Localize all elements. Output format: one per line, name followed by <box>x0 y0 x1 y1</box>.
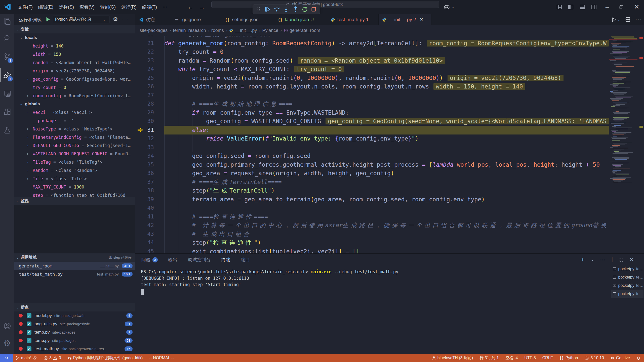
close-icon[interactable]: ✕ <box>634 3 639 11</box>
variable-Random[interactable]: ›Random = <class 'Random'> <box>14 166 135 174</box>
panel-tab-调试控制台[interactable]: 调试控制台 <box>188 257 211 263</box>
breakpoint-3[interactable]: ✓temp.pysite-packages58 <box>14 336 135 345</box>
step-out-icon[interactable] <box>292 6 299 13</box>
breakpoint-1[interactable]: ✓png_utils.pysite-packages\wfc11 <box>14 320 135 328</box>
split-editor-icon[interactable] <box>625 17 630 22</box>
variable-try_count[interactable]: try_count = 0 <box>14 83 135 92</box>
variable-DEFAULT_GEO_CONFIG[interactable]: ›DEFAULT_GEO_CONFIG = GeoConfig(seed=1… <box>14 141 135 150</box>
status-right-1[interactable]: 行 31, 列 1 <box>479 355 499 361</box>
status-right-5[interactable]: {}Python <box>559 356 578 360</box>
tab-欢迎[interactable]: 欢迎 <box>135 14 171 25</box>
status-left-3[interactable]: -- NORMAL -- <box>149 356 174 360</box>
menu-item-0[interactable]: 文件(F) <box>15 4 35 10</box>
remote-indicator[interactable] <box>0 354 13 362</box>
menu-item-4[interactable]: 转到(G) <box>97 4 118 10</box>
variable-height[interactable]: height = 140 <box>14 42 135 50</box>
variable-PlanetaryWindConfig[interactable]: ›PlanetaryWindConfig = <class 'Planeta… <box>14 133 135 141</box>
tab-launch.json[interactable]: {}launch.json U <box>274 14 327 25</box>
toggle-sidebar-icon[interactable] <box>568 4 574 10</box>
status-left-1[interactable]: 30 <box>44 356 61 360</box>
accounts-icon[interactable] <box>3 322 11 330</box>
extensions-icon[interactable] <box>3 108 11 116</box>
section-breakpoints[interactable]: ⌄断点 <box>14 303 135 311</box>
terminal-instance-0[interactable]: pocketpyte… <box>611 265 643 273</box>
breadcrumb-terrain_research[interactable]: terrain_research <box>173 28 206 33</box>
panel-tab-输出[interactable]: 输出 <box>168 257 177 263</box>
explorer-icon[interactable] <box>3 17 11 25</box>
minimize-icon[interactable]: – <box>606 4 609 11</box>
debug-config-dropdown[interactable]: Python 调试程序: 启 ⌄ <box>53 16 109 23</box>
command-center[interactable]: [扩展开发宿主] godot-ldtk <box>211 1 439 8</box>
chevron-down-icon[interactable]: ⌄ <box>452 5 455 9</box>
status-left-2[interactable]: Python 调试程序: 启动文件 (godot-ldtk) <box>68 355 143 361</box>
more-actions-icon[interactable]: ··· <box>599 257 606 262</box>
section-variables[interactable]: ⌄变量 <box>14 25 135 33</box>
start-debug-icon[interactable] <box>45 17 51 22</box>
breakpoint-checkbox[interactable]: ✓ <box>27 313 31 318</box>
panel-tab-问题[interactable]: 问题3 <box>141 257 158 263</box>
variable-MAX_TRY_COUNT[interactable]: MAX_TRY_COUNT = 1000 <box>14 183 135 191</box>
status-right-0[interactable]: blueloveTH (3 周前) <box>432 355 473 361</box>
breadcrumb-rooms[interactable]: rooms <box>211 28 224 33</box>
breadcrumb-Pylance[interactable]: Pylance <box>262 28 278 33</box>
menu-item-3[interactable]: 查看(V) <box>77 4 97 10</box>
menu-item-5[interactable]: 运行(R) <box>118 4 139 10</box>
menu-item-6[interactable]: 终端(T) <box>139 4 160 10</box>
tab-.gdignore[interactable]: ☰.gdignore <box>171 14 221 25</box>
variable-random[interactable]: random = <Random object at 0x1bf9d01e… <box>14 58 135 67</box>
breakpoint-0[interactable]: ✓model.pysite-packages\wfc6 <box>14 311 135 320</box>
search-icon[interactable] <box>3 34 11 42</box>
variable-WASTELAND_ROOM_REQUEST_CONFIG[interactable]: ›WASTELAND_ROOM_REQUEST_CONFIG = RoomR… <box>14 150 135 158</box>
more-actions-icon[interactable]: ··· <box>122 16 129 22</box>
status-left-0[interactable]: main* <box>16 356 37 360</box>
close-panel-icon[interactable]: ✕ <box>629 257 634 263</box>
toggle-panel-icon[interactable] <box>579 4 585 10</box>
terminal-instance-1[interactable]: pocketpyte… <box>611 273 643 281</box>
close-tab-icon[interactable]: ✕ <box>420 17 423 22</box>
status-right-2[interactable]: 空格: 4 <box>505 355 518 361</box>
new-terminal-icon[interactable]: ＋ <box>580 256 585 263</box>
toggle-secondary-sidebar-icon[interactable] <box>591 4 597 10</box>
section-watch[interactable]: ⌄监视 <box>14 197 135 205</box>
tab-__init__.py[interactable]: __init__.py 2✕ <box>379 14 431 25</box>
variables-group-locals[interactable]: ⌄locals <box>14 33 135 42</box>
breakpoint-checkbox[interactable]: ✓ <box>27 346 31 351</box>
callstack-frame-test/test_math.py[interactable]: test/test_math.pytest_math.py16:1 <box>14 270 135 278</box>
breakpoint-checkbox[interactable]: ✓ <box>27 338 31 343</box>
variables-group-globals[interactable]: ⌄globals <box>14 100 135 108</box>
status-right-4[interactable]: CRLF <box>542 356 553 360</box>
variable-__package__[interactable]: __package__ = '' <box>14 116 135 125</box>
status-right-8[interactable] <box>636 356 640 360</box>
panel-tab-终端[interactable]: 终端 <box>221 257 230 263</box>
code-editor[interactable]: 20# ==== 房间生成 generate_room ====21def ge… <box>135 36 609 253</box>
breadcrumb-__init__.py[interactable]: __init__.py <box>229 28 257 33</box>
tab-test_math.py[interactable]: test_math.py 1 <box>327 14 379 25</box>
restore-icon[interactable] <box>619 5 624 10</box>
gear-icon[interactable]: ⚙ <box>113 16 118 23</box>
callstack-frame-generate_room[interactable]: generate_room__init__.py31:1 <box>14 262 135 270</box>
copilot-icon[interactable] <box>444 4 450 10</box>
forward-icon[interactable]: → <box>199 4 205 11</box>
menu-item-2[interactable]: 选择(S) <box>56 4 77 10</box>
run-file-icon[interactable] <box>611 17 616 22</box>
menu-item-7[interactable]: ··· <box>160 4 170 10</box>
chevron-down-icon[interactable]: ⌄ <box>591 258 594 262</box>
status-right-6[interactable]: 3.10.10 <box>584 356 604 360</box>
status-right-7[interactable]: Go Live <box>611 356 630 360</box>
maximize-panel-icon[interactable] <box>619 257 624 262</box>
variable-width[interactable]: width = 150 <box>14 50 135 58</box>
customize-layout-icon[interactable] <box>556 4 562 10</box>
status-right-3[interactable]: UTF-8 <box>524 356 536 360</box>
settings-gear-icon[interactable]: ⚙ <box>3 339 11 347</box>
terminal-instance-2[interactable]: pocketpyte… <box>611 281 643 290</box>
variable-room_config[interactable]: ›room_config = RoomRequestConfig(env_t… <box>14 92 135 100</box>
variable-NoiseType[interactable]: ›NoiseType = <class 'NoiseType'> <box>14 125 135 133</box>
step-into-icon[interactable] <box>283 6 289 13</box>
step-over-icon[interactable] <box>273 6 280 13</box>
variable-geo_config[interactable]: ›geo_config = GeoConfig(seed=None, wor… <box>14 75 135 83</box>
breadcrumb-generate_room[interactable]: generate_room <box>284 28 320 33</box>
breakpoint-4[interactable]: ✓test_math.pysite-packages\terrain_res…1… <box>14 345 135 353</box>
minimap[interactable] <box>609 36 639 253</box>
breakpoint-checkbox[interactable]: ✓ <box>27 330 31 335</box>
tab-settings.json[interactable]: {}settings.json <box>221 14 274 25</box>
